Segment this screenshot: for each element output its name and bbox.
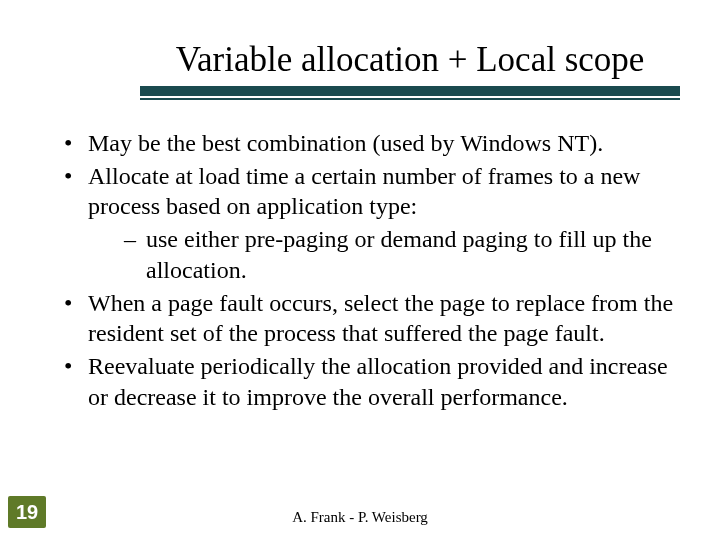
- bullet-text: When a page fault occurs, select the pag…: [88, 290, 673, 347]
- list-item: May be the best combination (used by Win…: [60, 128, 690, 159]
- title-underline: [140, 86, 680, 100]
- list-item: use either pre-paging or demand paging t…: [124, 224, 690, 285]
- list-item: Allocate at load time a certain number o…: [60, 161, 690, 286]
- bullet-text: Reevaluate periodically the allocation p…: [88, 353, 668, 410]
- list-item: Reevaluate periodically the allocation p…: [60, 351, 690, 412]
- body: May be the best combination (used by Win…: [60, 128, 690, 412]
- slide-title: Variable allocation + Local scope: [140, 40, 680, 86]
- sub-list: use either pre-paging or demand paging t…: [88, 224, 690, 285]
- slide: Variable allocation + Local scope May be…: [0, 0, 720, 540]
- title-block: Variable allocation + Local scope: [140, 40, 680, 100]
- bullet-text: May be the best combination (used by Win…: [88, 130, 603, 156]
- bullet-text: Allocate at load time a certain number o…: [88, 163, 640, 220]
- footer-text: A. Frank - P. Weisberg: [0, 509, 720, 526]
- bullet-text: use either pre-paging or demand paging t…: [146, 226, 652, 283]
- bullet-list: May be the best combination (used by Win…: [60, 128, 690, 412]
- list-item: When a page fault occurs, select the pag…: [60, 288, 690, 349]
